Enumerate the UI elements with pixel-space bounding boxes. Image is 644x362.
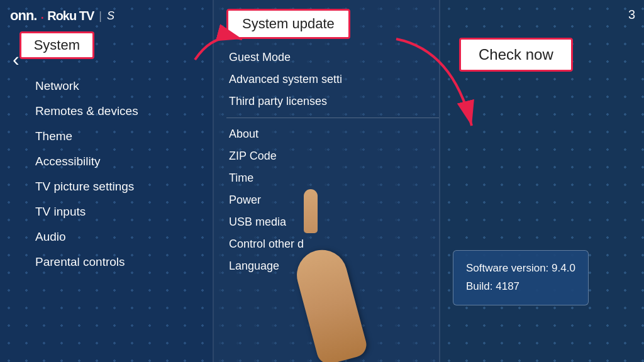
logo-roku: Roku TV [47,9,94,23]
menu-item-parental[interactable]: Parental controls [33,250,213,274]
menu-item-power[interactable]: Power [226,189,439,211]
software-info: Software version: 9.4.0 Build: 4187 [453,250,589,305]
menu-item-advanced[interactable]: Advanced system setti [226,69,439,90]
logo-dot: • [42,14,43,21]
menu-item-language[interactable]: Language [226,255,439,277]
build-number: Build: 4187 [466,278,575,296]
menu-item-remotes[interactable]: Remotes & devices [33,99,213,123]
menu-item-about[interactable]: About [226,123,439,145]
menu-item-control-other[interactable]: Control other d [226,233,439,255]
menu-item-accessibility[interactable]: Accessibility [33,150,213,173]
left-panel: onn. • Roku TV | S ‹ System Network Remo… [0,0,214,362]
logo-onn: onn. [10,8,36,23]
menu-item-zip[interactable]: ZIP Code [226,145,439,167]
system-update-label[interactable]: System update [226,9,350,39]
divider [226,118,439,118]
check-now-container: Check now [440,0,644,72]
check-now-button[interactable]: Check now [459,38,573,72]
middle-menu: System update Guest Mode Advanced system… [214,0,439,277]
panels-container: onn. • Roku TV | S ‹ System Network Remo… [0,0,644,362]
menu-item-network[interactable]: Network [33,74,213,98]
menu-item-tv-inputs[interactable]: TV inputs [33,200,213,224]
logo-suffix: S [107,9,114,23]
system-label[interactable]: System [19,31,94,59]
logo: onn. • Roku TV [10,8,94,24]
header: onn. • Roku TV | S [0,0,213,31]
menu-item-theme[interactable]: Theme [33,124,213,148]
menu-item-audio[interactable]: Audio [33,225,213,249]
right-panel: 3 Check now Software version: 9.4.0 Buil… [440,0,644,362]
menu-item-usb[interactable]: USB media [226,211,439,233]
menu-item-third-party[interactable]: Third party licenses [226,90,439,112]
menu-item-tv-picture[interactable]: TV picture settings [33,175,213,199]
logo-divider: | [99,9,102,23]
middle-panel: System update Guest Mode Advanced system… [214,0,440,362]
left-menu: Network Remotes & devices Theme Accessib… [0,64,213,274]
software-version: Software version: 9.4.0 [466,260,575,278]
menu-item-time[interactable]: Time [226,167,439,189]
menu-item-guest-mode[interactable]: Guest Mode [226,47,439,69]
